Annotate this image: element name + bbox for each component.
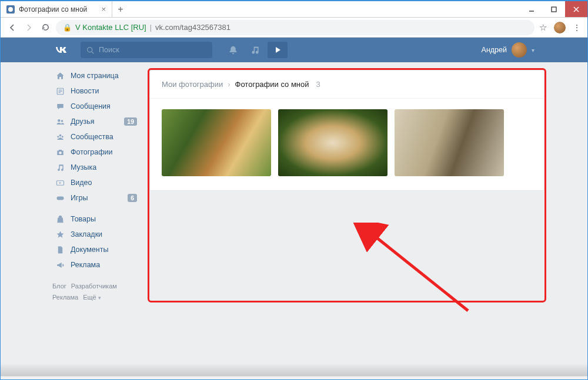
avatar-icon <box>512 42 527 58</box>
photo-thumbnail[interactable] <box>162 109 271 176</box>
browser-menu-button[interactable]: ⋮ <box>573 23 582 32</box>
svg-point-13 <box>57 136 59 137</box>
sidebar-footer: БлогРазработчикам РекламаЕщё ▾ <box>52 281 139 302</box>
megaphone-icon <box>55 260 65 270</box>
video-icon <box>55 177 65 188</box>
music-note-icon <box>55 162 65 173</box>
home-icon <box>55 70 65 81</box>
photo-grid <box>150 99 544 190</box>
photos-panel: Мои фотографии › Фотографии со мной 3 <box>149 70 544 191</box>
browser-window: Фотографии со мной × + 🔒 V Kontakte LLC … <box>0 0 588 380</box>
chevron-right-icon: › <box>228 80 230 89</box>
svg-rect-1 <box>552 7 556 12</box>
window-controls <box>520 1 587 17</box>
photo-thumbnail[interactable] <box>395 109 504 176</box>
news-icon <box>55 86 65 96</box>
sidebar-item-messages[interactable]: Сообщения <box>52 99 139 114</box>
vk-logo-icon[interactable] <box>52 42 69 58</box>
svg-point-10 <box>58 119 61 122</box>
footer-ads-link[interactable]: Реклама <box>52 294 78 301</box>
sidebar-item-music[interactable]: Музыка <box>52 160 139 175</box>
window-maximize-button[interactable] <box>543 1 565 17</box>
camera-icon <box>55 147 65 157</box>
games-badge: 6 <box>128 194 137 202</box>
vk-header: Поиск Андрей ▾ <box>1 38 587 62</box>
friends-icon <box>55 116 65 127</box>
play-icon[interactable] <box>268 42 288 58</box>
window-minimize-button[interactable] <box>520 1 543 17</box>
svg-rect-17 <box>56 196 64 200</box>
search-input[interactable]: Поиск <box>81 42 212 58</box>
sidebar-item-news[interactable]: Новости <box>52 83 139 99</box>
sidebar-item-games[interactable]: Игры6 <box>52 190 139 206</box>
search-icon <box>86 46 94 54</box>
footer-blog-link[interactable]: Блог <box>52 283 66 290</box>
address-url: vk.com/tag432567381 <box>155 23 230 32</box>
chevron-down-icon: ▾ <box>532 47 534 53</box>
bookmark-star-icon[interactable]: ☆ <box>539 22 547 33</box>
username: Андрей <box>482 46 507 54</box>
browser-titlebar: Фотографии со мной × + <box>1 1 587 18</box>
notifications-icon[interactable] <box>223 42 243 58</box>
bag-icon <box>55 214 65 224</box>
browser-tab[interactable]: Фотографии со мной × <box>1 1 112 17</box>
annotated-highlight: Мои фотографии › Фотографии со мной 3 <box>148 68 546 302</box>
nav-forward-button[interactable] <box>23 22 35 33</box>
document-icon <box>55 244 65 255</box>
svg-point-12 <box>59 134 61 136</box>
games-icon <box>55 193 65 203</box>
breadcrumb: Мои фотографии › Фотографии со мной 3 <box>150 70 544 99</box>
sidebar: Моя страница Новости Сообщения Друзья19 … <box>52 68 139 302</box>
tab-title: Фотографии со мной <box>19 5 87 14</box>
address-bar[interactable]: 🔒 V Kontakte LLC [RU] | vk.com/tag432567… <box>56 20 534 35</box>
sidebar-item-ads[interactable]: Реклама <box>52 257 139 273</box>
svg-point-15 <box>59 152 62 154</box>
nav-reload-button[interactable] <box>39 22 51 33</box>
footer-dev-link[interactable]: Разработчикам <box>71 283 117 290</box>
communities-icon <box>55 132 65 142</box>
nav-back-button[interactable] <box>6 22 18 33</box>
new-tab-button[interactable]: + <box>112 1 129 17</box>
sidebar-item-friends[interactable]: Друзья19 <box>52 114 139 129</box>
address-separator: | <box>150 23 152 32</box>
window-statusbar <box>1 376 587 379</box>
star-icon <box>55 229 65 240</box>
close-tab-button[interactable]: × <box>101 5 106 14</box>
breadcrumb-root[interactable]: Мои фотографии <box>162 80 223 89</box>
address-org: V Kontakte LLC [RU] <box>75 23 146 32</box>
sidebar-item-video[interactable]: Видео <box>52 175 139 190</box>
breadcrumb-current: Фотографии со мной <box>235 80 309 89</box>
svg-line-5 <box>92 51 93 53</box>
breadcrumb-count: 3 <box>314 80 320 89</box>
search-placeholder: Поиск <box>99 46 119 54</box>
shadow-decoration <box>1 363 587 376</box>
friends-badge: 19 <box>124 117 137 126</box>
photo-thumbnail[interactable] <box>278 109 387 176</box>
chevron-down-icon: ▾ <box>98 295 101 301</box>
window-close-button[interactable] <box>565 1 587 17</box>
sidebar-item-my-page[interactable]: Моя страница <box>52 68 139 83</box>
svg-point-4 <box>88 47 92 52</box>
page-content: Поиск Андрей ▾ Моя страница Новости Сооб… <box>1 38 587 379</box>
sidebar-item-bookmarks[interactable]: Закладки <box>52 227 139 242</box>
browser-toolbar: 🔒 V Kontakte LLC [RU] | vk.com/tag432567… <box>1 18 587 38</box>
sidebar-item-communities[interactable]: Сообщества <box>52 129 139 144</box>
sidebar-item-photos[interactable]: Фотографии <box>52 144 139 160</box>
lock-icon: 🔒 <box>63 23 72 32</box>
user-menu[interactable]: Андрей ▾ <box>482 42 534 58</box>
sidebar-item-market[interactable]: Товары <box>52 211 139 227</box>
sidebar-item-documents[interactable]: Документы <box>52 242 139 257</box>
footer-more-link[interactable]: Ещё ▾ <box>83 294 101 301</box>
svg-point-11 <box>61 120 63 122</box>
profile-avatar-icon[interactable] <box>554 22 566 33</box>
vk-favicon <box>6 5 15 14</box>
svg-point-14 <box>61 136 63 137</box>
music-icon[interactable] <box>245 42 265 58</box>
messages-icon <box>55 101 65 112</box>
